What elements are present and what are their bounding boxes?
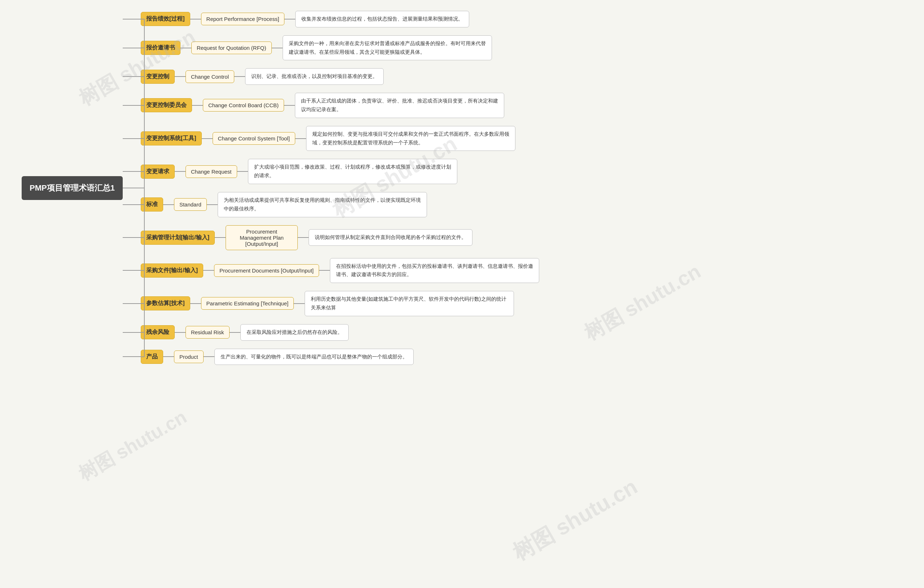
cn-node-b5: 变更控制系统[工具] [141,131,202,145]
watermark-4: 树图 shutu.cn [74,405,191,487]
en-node-b4: Change Control Board (CCB) [203,99,284,112]
en-node-b5: Change Control System [Tool] [213,132,295,145]
cn-node-b6: 变更请求 [141,165,175,179]
h-line-2-b2 [180,48,191,48]
desc-node-b7: 为相关活动或成果提供可共享和反复使用的规则、指南或特性的文件，以便实现既定环境中… [218,192,427,217]
branch-b1: 报告绩效[过程]Report Performance [Process]收集并发… [123,11,539,27]
h-line-1-b10 [123,303,141,304]
branch-b9: 采购文件[输出/输入]Procurement Documents [Output… [123,258,539,283]
h-line-2-b12 [163,356,174,357]
en-node-b3: Change Control [185,70,234,83]
h-line-2-b5 [202,138,213,139]
h-line-2-b1 [190,19,201,20]
desc-node-b4: 由干系人正式组成的团体，负责审议、评价、批准、推迟或否决项目变更，所有决定和建议… [295,93,504,118]
cn-node-b12: 产品 [141,350,163,364]
cn-node-b2: 报价邀请书 [141,41,180,55]
branch-b2: 报价邀请书Request for Quotation (RFQ)采购文件的一种，… [123,35,539,61]
desc-node-b8: 说明如何管理从制定采购文件直到合同收尾的各个采购过程的文件。 [309,229,472,246]
h-line-1-b6 [123,171,141,172]
h-line-3-b9 [319,270,330,271]
desc-node-b11: 在采取风险应对措施之后仍然存在的风险。 [240,324,349,341]
h-line-3-b8 [298,237,309,238]
branch-b6: 变更请求Change Request扩大或缩小项目范围，修改政策、过程、计划或程… [123,159,539,184]
h-line-2-b11 [175,332,185,333]
h-line-1-b12 [123,356,141,357]
en-node-b7: Standard [174,198,207,211]
en-node-b9: Procurement Documents [Output/Input] [214,264,319,277]
en-node-b2: Request for Quotation (RFQ) [191,41,272,54]
watermark-5: 树图 shutu.cn [508,472,643,567]
h-line-2-b4 [192,105,203,106]
desc-node-b6: 扩大或缩小项目范围，修改政策、过程、计划或程序，修改成本或预算，或修改进度计划的… [248,159,457,184]
desc-node-b2: 采购文件的一种，用来向潜在卖方征求对普通或标准产品或服务的报价。有时可用来代替建… [283,35,492,61]
branch-b5: 变更控制系统[工具]Change Control System [Tool]规定… [123,126,539,151]
cn-node-b9: 采购文件[输出/输入] [141,264,203,277]
h-line-3-b3 [234,76,245,77]
h-line-1-b7 [123,204,141,205]
desc-node-b10: 利用历史数据与其他变量(如建筑施工中的平方英尺、软件开发中的代码行数)之间的统计… [305,291,514,316]
en-node-b10: Parametric Estimating [Technique] [201,297,294,310]
h-line-1-b5 [123,138,141,139]
h-line-3-b5 [295,138,306,139]
h-line-1-b11 [123,332,141,333]
h-line-3-b10 [294,303,305,304]
en-node-b11: Residual Risk [185,326,229,339]
h-line-1-b4 [123,105,141,106]
cn-node-b8: 采购管理计划[输出/输入] [141,231,215,245]
branch-b10: 参数估算[技术]Parametric Estimating [Technique… [123,291,539,316]
en-node-b1: Report Performance [Process] [201,13,285,25]
h-line-2-b3 [175,76,185,77]
branch-b12: 产品Product生产出来的、可量化的物件，既可以是终端产品也可以是整体产物的一… [123,349,539,365]
h-line-3-b1 [284,19,295,20]
h-line-3-b4 [284,105,295,106]
branch-b7: 标准Standard为相关活动或成果提供可共享和反复使用的规则、指南或特性的文件… [123,192,539,217]
en-node-b6: Change Request [185,165,237,178]
h-line-2-b7 [163,204,174,205]
branch-b4: 变更控制委员会Change Control Board (CCB)由干系人正式组… [123,93,539,118]
cn-node-b11: 残余风险 [141,325,175,339]
h-line-3-b11 [229,332,240,333]
desc-node-b5: 规定如何控制、变更与批准项目可交付成果和文件的一套正式书面程序。在大多数应用领域… [306,126,515,151]
desc-node-b9: 在招投标活动中使用的文件，包括买方的投标邀请书、谈判邀请书、信息邀请书、报价邀请… [330,258,539,283]
h-line-3-b6 [237,171,248,172]
h-line-1-b2 [123,48,141,48]
h-line-1-b9 [123,270,141,271]
cn-node-b10: 参数估算[技术] [141,296,190,311]
h-line-3-b12 [204,356,214,357]
h-line-2-b9 [203,270,214,271]
h-line-1-b8 [123,237,141,238]
root-node: PMP项目管理术语汇总1 [21,176,123,200]
root-title: PMP项目管理术语汇总1 [30,183,115,192]
h-line-2-b8 [215,237,226,238]
h-line-3-b7 [207,204,218,205]
mind-map: PMP项目管理术语汇总1 报告绩效[过程]Report Performance … [0,0,924,376]
cn-node-b4: 变更控制委员会 [141,98,192,112]
branch-b3: 变更控制Change Control识别、记录、批准或否决，以及控制对项目基准的… [123,68,539,85]
desc-node-b1: 收集并发布绩效信息的过程，包括状态报告、进展测量结果和预测情况。 [295,11,469,27]
desc-node-b3: 识别、记录、批准或否决，以及控制对项目基准的变更。 [245,68,384,85]
desc-node-b12: 生产出来的、可量化的物件，既可以是终端产品也可以是整体产物的一个组成部分。 [214,349,414,365]
cn-node-b3: 变更控制 [141,70,175,84]
h-line-1-b1 [123,19,141,20]
h-line-2-b10 [190,303,201,304]
branch-b8: 采购管理计划[输出/输入]Procurement Management Plan… [123,225,539,250]
h-line-2-b6 [175,171,185,172]
h-line-3-b2 [272,48,283,48]
h-line-1-b3 [123,76,141,77]
cn-node-b7: 标准 [141,197,163,211]
en-node-b8: Procurement Management Plan [Output/Inpu… [226,225,298,250]
cn-node-b1: 报告绩效[过程] [141,12,190,26]
en-node-b12: Product [174,350,204,363]
branch-b11: 残余风险Residual Risk在采取风险应对措施之后仍然存在的风险。 [123,324,539,341]
